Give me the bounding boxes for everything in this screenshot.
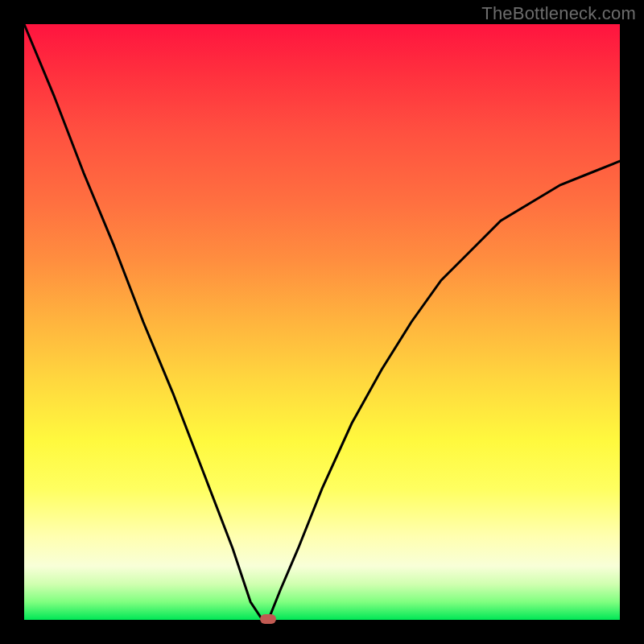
bottleneck-curve [24, 24, 620, 620]
plot-area [24, 24, 620, 620]
watermark-text: TheBottleneck.com [481, 3, 636, 24]
minimum-marker [260, 614, 276, 624]
plot-frame [0, 0, 644, 644]
